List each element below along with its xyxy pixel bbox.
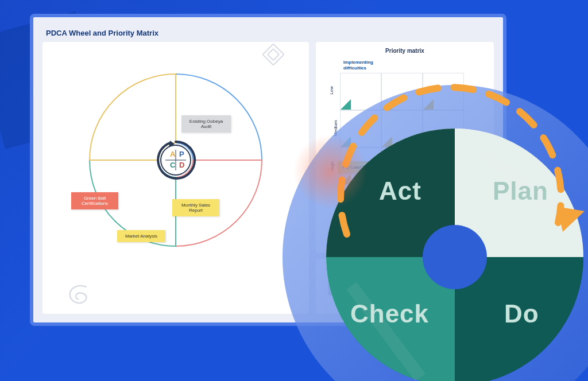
matrix-axis-line1: Implementing (343, 60, 373, 65)
sticky-greenbelt[interactable]: Green Belt Certifications (71, 192, 118, 209)
board-title: PDCA Wheel and Priority Matrix (46, 29, 494, 37)
big-label-check: Check (350, 300, 429, 328)
center-p: P (179, 150, 184, 158)
sticky-market-analysis[interactable]: Market Analysis (117, 230, 165, 242)
scribble-icon (67, 283, 91, 307)
center-a: A (170, 150, 176, 158)
matrix-axis-line2: difficulties (343, 65, 366, 71)
matrix-title: Priority matrix (324, 48, 486, 54)
matrix-axis-hint: Implementing difficulties (343, 60, 486, 71)
svg-point-4 (423, 225, 487, 289)
big-label-act: Act (379, 177, 421, 205)
sticky-monthly-sales[interactable]: Monthly Sales Report (172, 199, 219, 216)
big-pdca-ring: Act Plan Do Check (277, 79, 588, 381)
pdca-wheel[interactable]: A P C D (78, 45, 273, 275)
sticky-existing-audit[interactable]: Existing Oobeya Audit (181, 115, 231, 133)
pdca-wheel-panel[interactable]: A P C D Existing Oobeya Audit Monthly Sa… (42, 42, 309, 314)
center-c: C (170, 161, 176, 169)
big-label-do: Do (504, 300, 539, 328)
center-d: D (179, 161, 184, 169)
big-label-plan: Plan (493, 177, 548, 205)
glow-spot (293, 134, 368, 209)
